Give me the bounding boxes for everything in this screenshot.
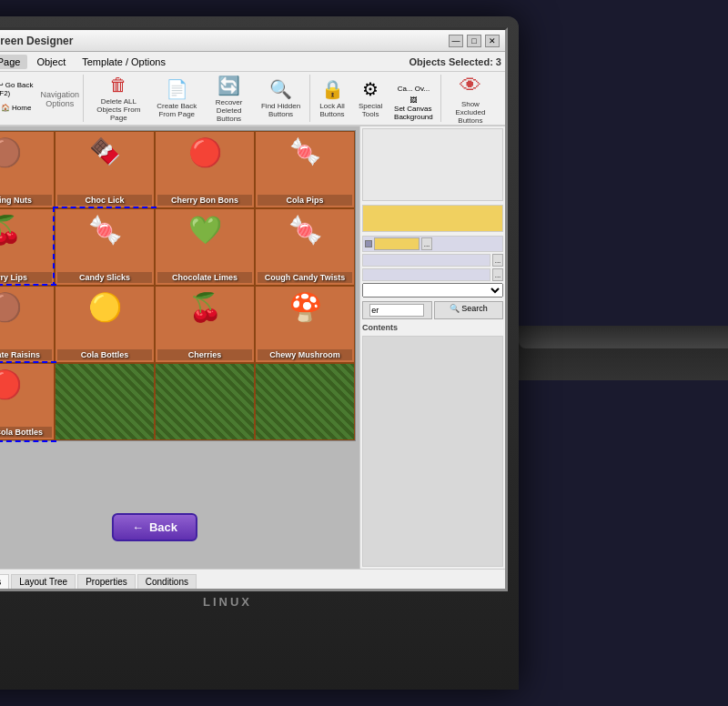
tab-properties[interactable]: Properties bbox=[77, 574, 136, 589]
list-item[interactable]: 🍫 Choc Lick bbox=[55, 131, 155, 208]
find-hidden-button[interactable]: 🔍 Find Hidden Buttons bbox=[256, 78, 306, 118]
list-item[interactable]: 🟡 Cola Bottles bbox=[55, 286, 155, 363]
minimize-button[interactable]: — bbox=[449, 35, 463, 47]
list-item[interactable]: 🍬 Cola Pips bbox=[255, 131, 355, 208]
menu-template-options[interactable]: Template / Options bbox=[75, 55, 173, 69]
right-panel-preview-top bbox=[362, 128, 503, 201]
back-button-container: ← Back bbox=[112, 513, 197, 541]
nav-section-label: Navigation Options bbox=[41, 90, 80, 108]
product-name: Chewy Mushroom bbox=[258, 349, 352, 360]
back-arrow-icon: ← bbox=[132, 520, 144, 534]
search-icon: 🔍 bbox=[450, 304, 460, 313]
delete-all-button[interactable]: 🗑 Delete ALL Objects From Page bbox=[87, 78, 149, 118]
filter-input[interactable] bbox=[369, 304, 424, 317]
product-image: 🔴 bbox=[188, 136, 222, 168]
main-content: 🟤 Chewing Nuts 🍫 Choc Lick 🔴 Cherry Bon … bbox=[0, 126, 505, 569]
go-back-button[interactable]: ↩ Go Back (F2) bbox=[0, 80, 39, 98]
title-bar: Sales Screen Designer — □ ✕ bbox=[0, 30, 505, 52]
product-name: Choc Lick bbox=[57, 195, 152, 206]
product-name: Cherries bbox=[157, 349, 252, 360]
delete-all-icon: 🗑 bbox=[109, 75, 127, 96]
back-button[interactable]: ← Back bbox=[112, 513, 197, 541]
search-button[interactable]: 🔍 Search bbox=[434, 301, 504, 319]
monitor-foot bbox=[519, 326, 728, 348]
list-item[interactable] bbox=[55, 363, 155, 440]
set-canvas-label: Set Canvas Background bbox=[394, 105, 433, 121]
maximize-button[interactable]: □ bbox=[467, 35, 481, 47]
product-image: 🍬 bbox=[288, 214, 322, 246]
product-image: 🍬 bbox=[289, 136, 321, 166]
go-back-icon: ↩ Go Back (F2) bbox=[0, 81, 35, 97]
search-label: Search bbox=[461, 304, 488, 313]
list-item[interactable] bbox=[255, 363, 355, 440]
lock-all-icon: 🔒 bbox=[321, 78, 344, 100]
product-image: 🟡 bbox=[88, 291, 122, 323]
canvas-overlay-label: Ca... Ov... bbox=[398, 85, 430, 93]
list-item[interactable]: 🍬 Cough Candy Twists bbox=[255, 208, 355, 286]
list-item[interactable]: 🍬 Candy Slicks bbox=[55, 208, 155, 286]
list-item[interactable]: 🍒 Cherries bbox=[155, 286, 255, 363]
product-grid: 🟤 Chewing Nuts 🍫 Choc Lick 🔴 Cherry Bon … bbox=[0, 130, 356, 441]
row3-more-btn[interactable]: ... bbox=[492, 268, 503, 281]
tab-layout-tree[interactable]: Layout Tree bbox=[11, 574, 76, 589]
app-window: Sales Screen Designer — □ ✕ Current Page… bbox=[0, 30, 505, 589]
product-name: Cherry Lips bbox=[0, 272, 52, 283]
window-title: Sales Screen Designer bbox=[0, 35, 73, 47]
right-panel-buttons: 🔍 Search bbox=[362, 301, 503, 319]
home-button[interactable]: 🏠 Home bbox=[0, 98, 39, 116]
color-btn-1[interactable] bbox=[365, 240, 372, 247]
find-hidden-icon: 🔍 bbox=[269, 78, 292, 100]
list-item[interactable]: 🔴 Cherry Bon Bons bbox=[155, 131, 255, 208]
list-item[interactable]: 🟤 Chewing Nuts bbox=[0, 131, 55, 208]
list-item[interactable]: 🍒 Cherry Lips bbox=[0, 208, 55, 286]
contents-label: Contents bbox=[362, 323, 503, 332]
lock-all-button[interactable]: 🔒 Lock All Buttons bbox=[314, 78, 350, 118]
special-tools-button[interactable]: ⚙ Special Tools bbox=[352, 78, 389, 118]
tab-conditions[interactable]: Conditions bbox=[137, 574, 197, 589]
filter-input-area bbox=[362, 301, 432, 319]
canvas-area: 🟤 Chewing Nuts 🍫 Choc Lick 🔴 Cherry Bon … bbox=[0, 126, 359, 569]
product-image: 💚 bbox=[188, 214, 222, 246]
list-item[interactable]: 💚 Chocolate Limes bbox=[155, 208, 255, 286]
color-more-btn[interactable]: ... bbox=[421, 237, 432, 250]
list-item[interactable]: 🍄 Chewy Mushroom bbox=[255, 286, 355, 363]
right-panel-select[interactable] bbox=[362, 283, 503, 298]
show-excluded-label: Show Excluded Buttons bbox=[450, 100, 491, 125]
product-image: 🍒 bbox=[188, 291, 222, 323]
list-item[interactable] bbox=[155, 363, 255, 440]
recover-button[interactable]: 🔄 Recover Deleted Buttons bbox=[204, 78, 254, 118]
show-excluded-icon: 👁 bbox=[460, 73, 481, 98]
right-panel: ... ... ... bbox=[359, 126, 505, 569]
objects-selected-count: Objects Selected: 3 bbox=[410, 56, 502, 67]
obj-ctrl-row1: 🗑 Delete ALL Objects From Page 📄 Create … bbox=[87, 78, 202, 118]
tab-contents[interactable]: Contents bbox=[0, 574, 9, 589]
menu-current-page[interactable]: Current Page bbox=[0, 55, 27, 69]
toolbar-tools-section: 🔒 Lock All Buttons ⚙ Special Tools Ca...… bbox=[314, 75, 441, 122]
product-name: Chocolate Raisins bbox=[0, 349, 52, 360]
color-swatch-display[interactable] bbox=[374, 237, 420, 250]
product-name: Cola Bottles bbox=[57, 349, 152, 360]
special-tools-icon: ⚙ bbox=[362, 78, 379, 100]
set-canvas-button[interactable]: 🖼 Set Canvas Background bbox=[390, 99, 437, 117]
list-item[interactable]: 🔴 Cherry Cola Bottles bbox=[0, 363, 55, 440]
product-image: 🟤 bbox=[0, 136, 22, 168]
bottom-tabs: Contents Layout Tree Properties Conditio… bbox=[0, 569, 505, 589]
show-excluded-button[interactable]: 👁 Show Excluded Buttons bbox=[445, 78, 496, 118]
close-button[interactable]: ✕ bbox=[485, 35, 500, 47]
create-back-button[interactable]: 📄 Create Back From Page bbox=[152, 78, 203, 118]
obj-ctrl-row2: 🔄 Recover Deleted Buttons 🔍 Find Hidden … bbox=[204, 78, 306, 118]
product-name: Candy Slicks bbox=[57, 272, 152, 283]
home-icon: 🏠 Home bbox=[1, 104, 32, 112]
create-back-label: Create Back From Page bbox=[157, 102, 198, 118]
recover-label: Recover Deleted Buttons bbox=[208, 98, 249, 123]
canvas-overlay-button[interactable]: Ca... Ov... bbox=[390, 79, 437, 97]
row2-more-btn[interactable]: ... bbox=[492, 254, 503, 267]
product-name: Cherry Cola Bottles bbox=[0, 427, 52, 438]
monitor-screen: Sales Screen Designer — □ ✕ Current Page… bbox=[0, 27, 508, 591]
menu-bar: Current Page Object Template / Options O… bbox=[0, 52, 505, 72]
menu-object[interactable]: Object bbox=[29, 55, 73, 69]
list-item[interactable]: 🟤 Chocolate Raisins bbox=[0, 286, 55, 363]
back-button-label: Back bbox=[149, 520, 177, 534]
toolbar: 🖱 Navigate (F1) ↩ Go Back (F2) 🏠 Home Na… bbox=[0, 72, 505, 126]
product-name: Cola Pips bbox=[258, 195, 352, 206]
